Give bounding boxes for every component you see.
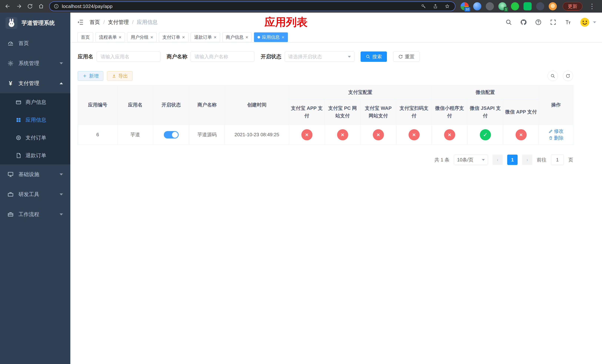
site-info-icon[interactable]: [54, 4, 59, 9]
page-1-button[interactable]: 1: [507, 155, 517, 165]
status-toggle[interactable]: [164, 131, 179, 139]
col-wx-app: 微信 APP 支付: [503, 99, 539, 125]
col-app-name: 应用名: [118, 85, 153, 125]
extension-icon-2[interactable]: [473, 2, 481, 10]
tab-close-icon[interactable]: ×: [281, 35, 284, 40]
tab-user-group[interactable]: 用户分组×: [127, 32, 157, 42]
col-alipay-wap: 支付宝 WAP 网站支付: [360, 99, 396, 125]
browser-forward-button[interactable]: [14, 1, 24, 11]
browser-update-button[interactable]: 更新: [563, 2, 582, 11]
address-bar[interactable]: localhost:1024/pay/app: [49, 1, 455, 11]
card-icon: [16, 99, 22, 105]
sidebar-item-payment-orders[interactable]: 支付订单: [0, 129, 70, 147]
refresh-table-button[interactable]: [563, 71, 573, 81]
extension-icon-5[interactable]: [511, 2, 519, 10]
next-page-button[interactable]: ›: [522, 155, 532, 165]
browser-back-button[interactable]: [3, 1, 13, 11]
search-button[interactable]: 搜索: [361, 52, 387, 62]
extension-badge: 10: [464, 7, 471, 12]
extension-icon-6[interactable]: [524, 2, 532, 10]
share-icon[interactable]: [433, 4, 438, 9]
delete-link[interactable]: 删除: [548, 135, 564, 141]
toggle-search-button[interactable]: [548, 71, 558, 81]
table-toolbar: 新增 导出: [78, 71, 573, 81]
trash-icon: [548, 136, 553, 140]
tab-app-info[interactable]: 应用信息×: [254, 32, 288, 42]
page-size-select[interactable]: 10条/页: [454, 155, 488, 165]
extension-icon-1[interactable]: 10: [461, 2, 469, 10]
sidebar-item-infrastructure[interactable]: 基础设施: [0, 164, 70, 184]
edit-link[interactable]: 修改: [548, 128, 564, 134]
tab-close-icon[interactable]: ×: [214, 35, 216, 40]
app-name-input[interactable]: [97, 52, 160, 62]
sidebar-item-dev-tools[interactable]: 研发工具: [0, 184, 70, 204]
app-title: 芋道管理系统: [22, 19, 55, 27]
sidebar-item-workflow[interactable]: 工作流程: [0, 204, 70, 225]
sidebar-item-merchant-info[interactable]: 商户信息: [0, 93, 70, 111]
app-table: 应用编号 应用名 开启状态 商户名称 创建时间 支付宝配置 微信配置 操作 支付…: [78, 85, 573, 145]
extension-icon-4[interactable]: 1: [498, 2, 506, 10]
breadcrumb-payment[interactable]: 支付管理: [108, 19, 129, 26]
col-merchant: 商户名称: [189, 85, 225, 125]
merchant-name-input[interactable]: [191, 52, 254, 62]
tab-home[interactable]: 首页: [77, 32, 93, 42]
goto-page-input[interactable]: [551, 155, 564, 165]
total-count: 共 1 条: [434, 157, 450, 163]
merchant-name-label: 商户名称: [167, 53, 187, 60]
search-icon[interactable]: [505, 19, 512, 26]
status-select[interactable]: 请选择开启状态: [285, 52, 354, 62]
menu-label: 研发工具: [19, 191, 39, 198]
col-group-alipay: 支付宝配置: [289, 85, 432, 99]
download-icon: [112, 74, 117, 78]
password-key-icon[interactable]: [421, 4, 426, 9]
avatar-emoji-icon: [580, 17, 590, 28]
menu-label: 支付订单: [26, 134, 46, 141]
menu-label: 应用信息: [26, 117, 46, 124]
sidebar-item-refund-orders[interactable]: 退款订单: [0, 147, 70, 164]
tab-process-form[interactable]: 流程表单×: [96, 32, 125, 42]
alipay-app-status-icon: ×: [301, 129, 312, 140]
tab-merchant-info[interactable]: 商户信息×: [222, 32, 252, 42]
col-status: 开启状态: [153, 85, 189, 125]
extension-icon-3[interactable]: [486, 2, 494, 10]
browser-home-button[interactable]: [36, 1, 46, 11]
browser-refresh-button[interactable]: [25, 1, 35, 11]
help-icon[interactable]: [535, 19, 542, 26]
sidebar-item-home[interactable]: 首页: [0, 33, 70, 53]
col-wx-jsapi: 微信 JSAPI 支付: [467, 99, 503, 125]
sidebar-collapse-icon[interactable]: [76, 18, 85, 26]
payment-submenu: 商户信息 应用信息 支付订单 退款订单: [0, 93, 70, 164]
bookmark-star-icon[interactable]: [445, 4, 450, 9]
font-size-icon[interactable]: [565, 19, 571, 26]
extension-icon-7[interactable]: [536, 2, 544, 10]
tab-close-icon[interactable]: ×: [119, 35, 121, 40]
browser-menu-icon[interactable]: ⋮: [587, 2, 597, 10]
browser-profile-avatar[interactable]: [549, 2, 557, 10]
cell-app-id: 6: [78, 125, 118, 145]
select-caret-icon: [482, 159, 485, 161]
tab-payment-orders[interactable]: 支付订单×: [159, 32, 188, 42]
export-button[interactable]: 导出: [107, 71, 133, 81]
menu-label: 支付管理: [19, 80, 39, 87]
breadcrumb-home[interactable]: 首页: [90, 19, 100, 26]
reset-button[interactable]: 重置: [393, 52, 419, 62]
alipay-qr-status-icon: ×: [408, 129, 420, 140]
tab-close-icon[interactable]: ×: [182, 35, 185, 40]
tab-close-icon[interactable]: ×: [246, 35, 248, 40]
col-app-id: 应用编号: [78, 85, 118, 125]
tab-refund-orders[interactable]: 退款订单×: [191, 32, 220, 42]
user-avatar[interactable]: [580, 17, 596, 28]
tab-close-icon[interactable]: ×: [150, 35, 153, 40]
prev-page-button[interactable]: ‹: [492, 155, 503, 165]
sidebar-item-system[interactable]: 系统管理: [0, 53, 70, 73]
goto-label: 前往: [537, 157, 547, 163]
sidebar: 芋道管理系统 首页 系统管理 ¥ 支付管理 商户信息: [0, 13, 70, 364]
breadcrumb-current: 应用信息: [137, 19, 158, 26]
fullscreen-icon[interactable]: [550, 19, 557, 26]
sidebar-item-app-info[interactable]: 应用信息: [0, 111, 70, 129]
sidebar-item-payment[interactable]: ¥ 支付管理: [0, 73, 70, 93]
add-button[interactable]: 新增: [78, 71, 103, 81]
github-icon[interactable]: [520, 19, 527, 26]
menu-label: 首页: [19, 40, 29, 47]
edit-pencil-icon: [548, 129, 553, 133]
